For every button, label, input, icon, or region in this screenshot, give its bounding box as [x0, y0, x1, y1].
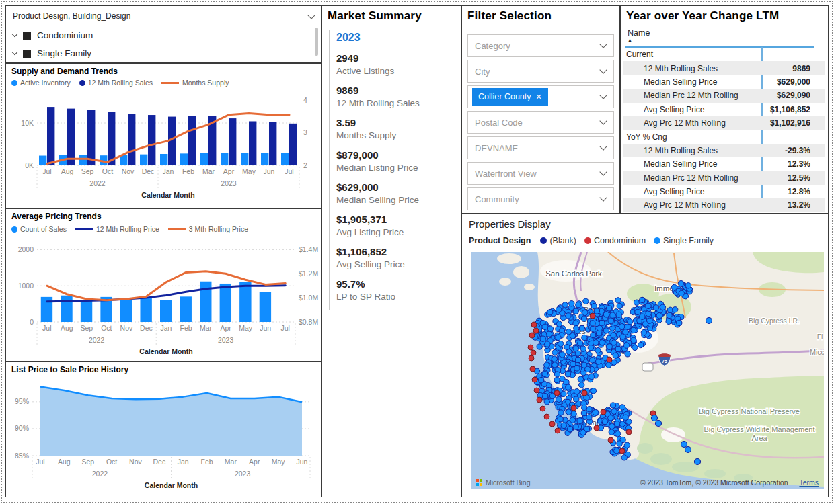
legend-item[interactable]: 12 Mth Rolling Price: [75, 225, 159, 233]
chevron-down-icon[interactable]: [599, 142, 607, 150]
bar[interactable]: [289, 124, 297, 165]
filter-dropdown[interactable]: Postal Code: [467, 111, 614, 134]
bar[interactable]: [180, 153, 188, 165]
legend-item[interactable]: Condominium: [584, 236, 646, 245]
table-row[interactable]: Avg Selling Price$1,106,852: [623, 103, 825, 116]
bar[interactable]: [140, 155, 147, 165]
close-icon[interactable]: ✕: [536, 93, 542, 101]
filter-placeholder: City: [475, 67, 490, 77]
table-row[interactable]: Current: [623, 48, 825, 61]
bar[interactable]: [120, 298, 132, 322]
bar[interactable]: [87, 110, 95, 165]
bar[interactable]: [229, 118, 236, 165]
terms-link[interactable]: Terms: [799, 478, 819, 487]
table-row[interactable]: Median Selling Price$629,000: [623, 75, 825, 89]
chevron-down-icon[interactable]: [12, 50, 17, 55]
table-row[interactable]: Avg Selling Price12.8%: [623, 185, 825, 198]
bar[interactable]: [39, 156, 46, 165]
table-row[interactable]: Median Prc 12 Mth Rolling12.5%: [623, 171, 825, 185]
chevron-down-icon[interactable]: [599, 168, 607, 175]
lp-sp-history-chart[interactable]: 85%90%95%JulAugSepOctNovDecJanFebMarAprM…: [7, 378, 321, 497]
bar[interactable]: [239, 282, 251, 322]
stat-value: $879,000: [336, 149, 420, 161]
filter-dropdown[interactable]: Community: [467, 187, 614, 210]
bar[interactable]: [140, 298, 151, 322]
legend-label: 12 Mth Rolling Price: [96, 225, 159, 233]
yoy-row-label: YoY % Cng: [623, 132, 746, 142]
filter-dropdown[interactable]: Collier County✕: [467, 85, 614, 108]
bar[interactable]: [160, 300, 172, 322]
slicer-item[interactable]: Condominium: [13, 26, 307, 44]
pricing-trends-chart[interactable]: 010002000$0.8M$1.0M$1.2M$1.4MJulAugSepOc…: [7, 239, 321, 361]
yoy-column-header[interactable]: Name ▲: [628, 28, 650, 42]
svg-text:$1.0M: $1.0M: [299, 294, 318, 302]
bar[interactable]: [67, 109, 75, 165]
bar[interactable]: [47, 107, 54, 165]
supply-demand-chart[interactable]: 0K10K234JulAugSepOctNovDecJanFebMarAprMa…: [7, 89, 321, 208]
bing-logo: Microsoft Bing: [476, 478, 531, 487]
chevron-down-icon[interactable]: [599, 40, 607, 48]
svg-text:Calendar Month: Calendar Month: [145, 481, 198, 489]
slicer-item[interactable]: Single Family: [13, 44, 307, 62]
bar[interactable]: [79, 155, 87, 165]
svg-text:Apr: Apr: [249, 458, 260, 466]
chevron-down-icon[interactable]: [599, 66, 607, 73]
slicer-header[interactable]: Product Design, Building_Design: [13, 11, 314, 21]
chevron-down-icon[interactable]: [12, 32, 17, 37]
svg-text:Sep: Sep: [81, 458, 94, 466]
checkbox-checked-icon[interactable]: [23, 50, 31, 58]
bar[interactable]: [260, 292, 271, 322]
bar[interactable]: [221, 153, 228, 165]
bar[interactable]: [200, 153, 208, 165]
bar[interactable]: [188, 116, 196, 165]
chevron-down-icon[interactable]: [599, 194, 607, 201]
table-row[interactable]: Avg Prc 12 Mth Rolling$1,102,916: [623, 116, 825, 130]
legend-item[interactable]: 3 Mth Rolling Price: [168, 225, 248, 233]
bar[interactable]: [160, 154, 167, 165]
slicer-scrollbar[interactable]: [315, 28, 318, 56]
bar[interactable]: [220, 284, 231, 322]
bar[interactable]: [61, 296, 72, 322]
svg-text:Sep: Sep: [81, 324, 93, 332]
bar[interactable]: [281, 153, 289, 165]
table-row[interactable]: 12 Mth Rolling Sales-29.3%: [623, 144, 825, 157]
bar[interactable]: [81, 300, 92, 322]
filter-dropdown[interactable]: DEVNAME: [467, 136, 614, 159]
bar[interactable]: [108, 112, 115, 165]
table-row[interactable]: 12 Mth Rolling Sales9869: [623, 61, 825, 75]
bar[interactable]: [261, 153, 268, 165]
bar[interactable]: [249, 121, 256, 165]
table-row[interactable]: YoY % Cng: [623, 130, 825, 143]
map-canvas[interactable]: San Carlos ParkImmokaleeBonitaSpringsNap…: [471, 252, 824, 489]
legend-item[interactable]: Single Family: [654, 236, 714, 245]
filter-dropdown[interactable]: Waterfront View: [467, 162, 614, 185]
table-row[interactable]: Median Prc 12 Mth Rolling$629,090: [623, 89, 825, 102]
table-row[interactable]: Median Selling Price12.3%: [623, 157, 825, 171]
stat-label: Avg Listing Price: [336, 226, 420, 239]
bar[interactable]: [148, 115, 155, 165]
slicer-header-label: Product Design, Building_Design: [13, 11, 130, 21]
bar[interactable]: [180, 296, 192, 322]
chevron-down-icon[interactable]: [599, 91, 607, 99]
supply-demand-panel: Supply and Demand Trends Active Inventor…: [5, 63, 321, 208]
legend-item[interactable]: Count of Sales: [11, 225, 67, 233]
legend-item[interactable]: (Blank): [540, 236, 576, 245]
table-row[interactable]: Avg Prc 12 Mth Rolling13.2%: [623, 198, 825, 212]
filter-chip[interactable]: Collier County✕: [472, 88, 548, 106]
stat-label: Median Listing Price: [336, 161, 420, 174]
bar[interactable]: [269, 122, 276, 165]
map[interactable]: San Carlos ParkImmokaleeBonitaSpringsNap…: [471, 252, 824, 489]
svg-text:Feb: Feb: [180, 324, 192, 332]
checkbox-checked-icon[interactable]: [23, 32, 31, 40]
bar[interactable]: [241, 153, 248, 165]
bar[interactable]: [128, 114, 135, 165]
legend-item[interactable]: 12 Mth Rolling Sales: [79, 79, 153, 87]
chevron-down-icon[interactable]: [599, 117, 607, 124]
filter-dropdown[interactable]: Category: [467, 34, 614, 57]
stat-value: 3.59: [336, 116, 420, 129]
svg-text:2022: 2022: [89, 179, 106, 187]
legend-item[interactable]: Months Supply: [161, 79, 229, 87]
legend-item[interactable]: Active Inventory: [11, 79, 71, 87]
filter-dropdown[interactable]: City: [467, 60, 614, 83]
chevron-down-icon[interactable]: [307, 11, 315, 19]
